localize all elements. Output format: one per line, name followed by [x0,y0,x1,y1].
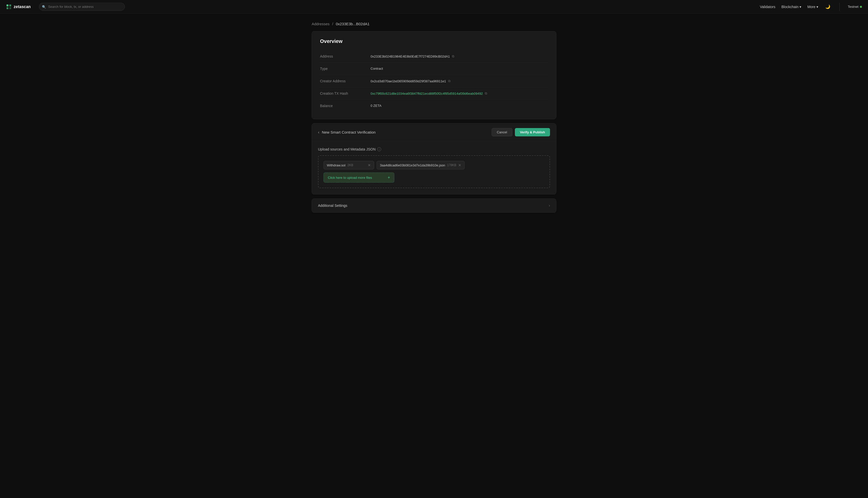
back-arrow-icon[interactable]: ‹ [318,130,319,135]
nav-links: Validators Blockchain ▾ More ▾ 🌙 Testnet [760,3,862,11]
value-txhash: 0xc79f00c621d8e1034ea6f3847ffd21ecd88f50… [371,91,487,95]
plus-icon: + [388,175,390,180]
upload-more-button[interactable]: Click here to upload more files + [323,172,394,183]
upload-zone[interactable]: Withdraw.sol 2KB ✕ 3aa4d8cad6e03b081e3d7… [318,155,550,188]
search-input[interactable] [39,3,125,11]
overview-row-balance: Balance 0 ZETA [320,100,548,112]
svg-rect-1 [9,4,11,6]
nav-more[interactable]: More ▾ [807,5,818,9]
additional-settings-header[interactable]: Additional Settings › [312,199,556,212]
network-label: Testnet [848,5,858,9]
search-icon: 🔍 [42,5,46,9]
svg-rect-0 [7,4,8,6]
network-status-dot [860,6,862,8]
breadcrumb: Addresses / 0x233E3b...B02dA1 [312,22,556,26]
copy-txhash-button[interactable]: ⧉ [485,91,487,95]
breadcrumb-separator: / [332,22,333,26]
additional-settings-title: Additional Settings [318,204,347,208]
search-bar: 🔍 [39,3,125,11]
verification-body: Upload sources and Metadata JSON i Withd… [312,141,556,194]
overview-row-creator: Creator Address 0x2cd3d070ae1bd365909dd8… [320,75,548,87]
breadcrumb-parent[interactable]: Addresses [312,22,330,26]
label-type: Type [320,67,371,71]
address-value: 0x233E3b024B1984E4E8b0EdE7f7274ED89cB02d… [371,54,450,58]
breadcrumb-current: 0x233E3b...B02dA1 [336,22,369,26]
value-type: Contract [371,67,383,70]
file-chip-0: Withdraw.sol 2KB ✕ [323,161,374,169]
file-chip-1: 3aa4d8cad6e03b081e3d7e1da39b910e.json 17… [376,161,464,169]
value-address: 0x233E3b024B1984E4E8b0EdE7f7274ED89cB02d… [371,54,454,58]
label-creator: Creator Address [320,79,371,83]
nav-validators[interactable]: Validators [760,5,775,9]
chevron-right-icon: › [549,203,550,208]
txhash-link[interactable]: 0xc79f00c621d8e1034ea6f3847ffd21ecd88f50… [371,92,483,95]
verification-header: ‹ New Smart Contract Verification Cancel… [312,123,556,141]
file-name-1: 3aa4d8cad6e03b081e3d7e1da39b910e.json [380,163,445,167]
navbar: zetascan 🔍 Validators Blockchain ▾ More … [0,0,868,14]
chevron-down-icon: ▾ [800,5,801,9]
upload-more-label: Click here to upload more files [328,176,372,180]
remove-file-1-button[interactable]: ✕ [458,163,461,167]
label-address: Address [320,54,371,58]
nav-blockchain[interactable]: Blockchain ▾ [781,5,801,9]
overview-row-address: Address 0x233E3b024B1984E4E8b0EdE7f7274E… [320,50,548,63]
verification-header-left: ‹ New Smart Contract Verification [318,130,375,135]
cancel-button[interactable]: Cancel [492,128,512,136]
copy-creator-button[interactable]: ⧉ [448,79,450,83]
value-creator: 0x2cd3d070ae1bd365909dd859d29f387aa96911… [371,79,450,83]
verification-header-buttons: Cancel Verify & Publish [492,128,550,136]
chevron-down-icon-more: ▾ [816,5,818,9]
file-name-0: Withdraw.sol [327,163,346,167]
file-size-1: 178KB [447,163,456,167]
value-balance: 0 ZETA [371,104,381,108]
info-icon[interactable]: i [377,147,381,151]
overview-title: Overview [320,38,548,44]
verification-title: New Smart Contract Verification [322,130,375,134]
label-txhash: Creation TX Hash [320,91,371,95]
logo-text: zetascan [14,4,31,9]
file-size-0: 2KB [347,163,353,167]
svg-rect-3 [9,7,11,9]
file-chips: Withdraw.sol 2KB ✕ 3aa4d8cad6e03b081e3d7… [323,161,545,169]
network-indicator: Testnet [848,5,862,9]
verification-card: ‹ New Smart Contract Verification Cancel… [312,123,556,195]
additional-settings-card: Additional Settings › [312,198,556,213]
overview-row-txhash: Creation TX Hash 0xc79f00c621d8e1034ea6f… [320,87,548,100]
upload-section-label: Upload sources and Metadata JSON i [318,147,550,151]
logo-icon [6,4,12,10]
remove-file-0-button[interactable]: ✕ [368,163,371,167]
svg-rect-2 [7,7,8,9]
label-balance: Balance [320,104,371,108]
overview-card: Overview Address 0x233E3b024B1984E4E8b0E… [312,31,556,119]
copy-address-button[interactable]: ⧉ [452,54,454,58]
logo[interactable]: zetascan [6,4,31,10]
verify-publish-button[interactable]: Verify & Publish [515,128,550,136]
theme-toggle-button[interactable]: 🌙 [824,3,831,10]
overview-row-type: Type Contract [320,63,548,75]
main-content: Addresses / 0x233E3b...B02dA1 Overview A… [308,14,560,221]
